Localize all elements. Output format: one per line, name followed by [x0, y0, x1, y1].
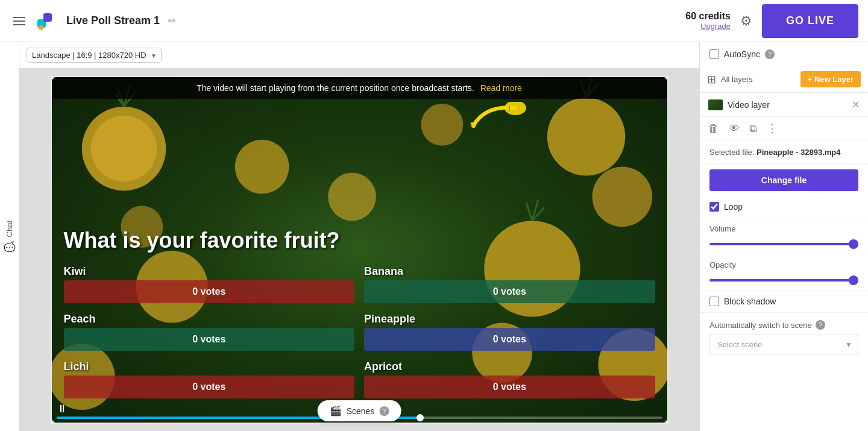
resolution-select-wrapper[interactable]: Landscape | 16:9 | 1280x720 HD	[27, 48, 162, 63]
scene-switch-help-icon[interactable]: ?	[816, 320, 825, 330]
resize-handle-br[interactable]	[664, 420, 668, 424]
all-layers-label: All layers	[721, 75, 796, 84]
option-bar-peach: 0 votes	[64, 328, 355, 351]
scene-switch-section: Automatically switch to scene ? Select s…	[700, 313, 868, 362]
svg-point-11	[328, 173, 376, 221]
go-live-button[interactable]: GO LIVE	[762, 4, 858, 38]
svg-rect-1	[43, 13, 52, 22]
option-bar-kiwi: 0 votes	[64, 280, 355, 303]
svg-point-12	[421, 104, 463, 146]
main-content: 💬 Chat Landscape | 16:9 | 1280x720 HD	[0, 42, 868, 431]
hide-layer-icon[interactable]: 👁	[729, 122, 740, 135]
read-more-link[interactable]: Read more	[480, 83, 522, 93]
upgrade-link[interactable]: Upgrade	[685, 22, 731, 31]
option-bar-lichi: 0 votes	[64, 376, 355, 398]
selected-file-name: Pineapple - 32893.mp4	[756, 148, 840, 157]
more-options-icon[interactable]: ⋮	[767, 122, 778, 135]
option-label-kiwi: Kiwi	[64, 265, 355, 278]
scenes-bar[interactable]: 🎬 Scenes ?	[318, 400, 401, 421]
layer-close-icon[interactable]: ✕	[852, 99, 860, 110]
progress-scrubber[interactable]	[417, 414, 424, 421]
autosync-checkbox[interactable]	[709, 49, 719, 59]
loop-label: Loop	[724, 202, 743, 212]
opacity-label: Opacity	[709, 260, 858, 269]
selected-file-label: Selected file:	[709, 148, 754, 157]
svg-point-4	[90, 116, 157, 182]
scene-select-wrapper[interactable]: Select scene ▼	[709, 335, 858, 354]
loop-checkbox[interactable]	[709, 202, 719, 212]
svg-point-2	[39, 25, 43, 30]
duplicate-layer-icon[interactable]: ⧉	[749, 122, 757, 135]
preview-container: The video will start playing from the cu…	[19, 69, 699, 431]
header: Live Poll Stream 1 ✏ 60 credits Upgrade …	[0, 0, 868, 42]
volume-slider[interactable]	[709, 243, 858, 245]
change-file-button[interactable]: Change file	[709, 169, 858, 191]
canvas-toolbar: Landscape | 16:9 | 1280x720 HD	[19, 42, 699, 69]
svg-point-5	[547, 98, 624, 175]
new-layer-button[interactable]: + New Layer	[800, 71, 861, 87]
block-shadow-label: Block shadow	[724, 297, 776, 306]
scenes-help-icon[interactable]: ?	[379, 406, 389, 416]
poll-option-lichi: Lichi 0 votes	[64, 360, 355, 398]
option-label-lichi: Lichi	[64, 360, 355, 373]
canvas-area: Landscape | 16:9 | 1280x720 HD	[19, 42, 699, 431]
scenes-label: Scenes	[347, 406, 375, 416]
right-panel: AutoSync ? ⊞ All layers + New Layer Vide…	[699, 42, 868, 431]
app-logo	[35, 8, 60, 34]
hamburger-menu-icon[interactable]	[10, 13, 29, 29]
poll-option-pineapple: Pineapple 0 votes	[364, 313, 655, 351]
layer-thumbnail	[708, 99, 723, 110]
resize-handle-bl[interactable]	[51, 420, 55, 424]
option-label-banana: Banana	[364, 265, 655, 278]
poll-overlay: What is your favorite fruit? Kiwi 0 vote…	[64, 228, 655, 398]
option-label-pineapple: Pineapple	[364, 313, 655, 326]
poll-option-banana: Banana 0 votes	[364, 265, 655, 303]
edit-title-icon[interactable]: ✏	[168, 15, 176, 27]
settings-icon[interactable]: ⚙	[740, 13, 752, 29]
poll-option-kiwi: Kiwi 0 votes	[64, 265, 355, 303]
autosync-row: AutoSync ?	[700, 42, 868, 66]
scenes-icon: 🎬	[330, 405, 342, 417]
layer-header: Video layer ✕	[700, 93, 868, 117]
poll-option-apricot: Apricot 0 votes	[364, 360, 655, 398]
volume-label: Volume	[709, 224, 858, 233]
resolution-select[interactable]: Landscape | 16:9 | 1280x720 HD	[27, 48, 162, 63]
info-message: The video will start playing from the cu…	[197, 83, 474, 93]
info-bar: The video will start playing from the cu…	[52, 77, 667, 99]
scene-select[interactable]: Select scene	[709, 335, 858, 354]
svg-point-13	[234, 140, 289, 194]
app-title: Live Poll Stream 1	[66, 14, 160, 27]
delete-layer-icon[interactable]: 🗑	[708, 122, 719, 135]
poll-options: Kiwi 0 votes Banana 0 votes Peach 0 vote…	[64, 265, 655, 398]
volume-row: Volume	[700, 218, 868, 254]
header-left: Live Poll Stream 1 ✏	[10, 8, 176, 34]
credits-section: 60 credits Upgrade	[685, 11, 731, 31]
block-shadow-row: Block shadow	[700, 291, 868, 313]
layers-bar: ⊞ All layers + New Layer	[700, 66, 868, 93]
poll-option-peach: Peach 0 votes	[64, 313, 355, 351]
autosync-label: AutoSync	[724, 49, 760, 59]
loop-row: Loop	[700, 196, 868, 218]
credits-amount: 60 credits	[685, 11, 731, 22]
option-bar-pineapple: 0 votes	[364, 328, 655, 351]
opacity-row: Opacity	[700, 254, 868, 291]
option-bar-apricot: 0 votes	[364, 376, 655, 398]
pause-button[interactable]: ⏸	[57, 403, 68, 415]
poll-question: What is your favorite fruit?	[64, 228, 655, 253]
block-shadow-checkbox[interactable]	[709, 297, 719, 306]
header-right: 60 credits Upgrade ⚙ GO LIVE	[685, 4, 858, 38]
svg-point-6	[592, 167, 652, 227]
chat-label[interactable]: 💬 Chat	[4, 221, 15, 253]
file-info: Selected file: Pineapple - 32893.mp4	[700, 140, 868, 165]
option-bar-banana: 0 votes	[364, 280, 655, 303]
scene-switch-label: Automatically switch to scene ?	[709, 320, 858, 330]
layer-actions: 🗑 👁 ⧉ ⋮	[700, 117, 868, 140]
video-preview: The video will start playing from the cu…	[51, 76, 668, 424]
chat-sidebar[interactable]: 💬 Chat	[0, 42, 19, 431]
opacity-slider[interactable]	[709, 279, 858, 282]
option-label-peach: Peach	[64, 313, 355, 326]
option-label-apricot: Apricot	[364, 360, 655, 373]
layer-title: Video layer	[728, 100, 847, 110]
layers-icon: ⊞	[707, 73, 716, 86]
autosync-help-icon[interactable]: ?	[765, 49, 775, 59]
